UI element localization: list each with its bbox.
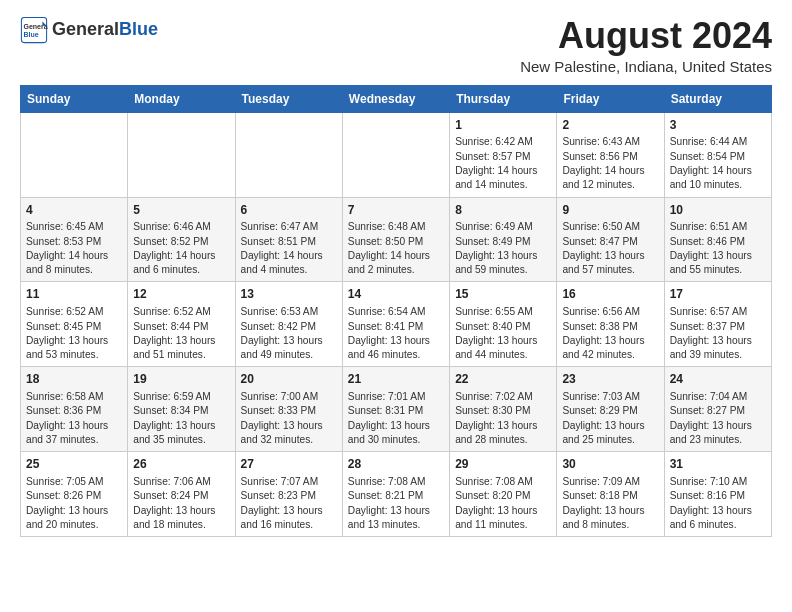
day-header-sunday: Sunday: [21, 85, 128, 112]
day-number: 19: [133, 371, 229, 388]
calendar-cell: 14Sunrise: 6:54 AM Sunset: 8:41 PM Dayli…: [342, 282, 449, 367]
day-number: 29: [455, 456, 551, 473]
calendar-cell: 27Sunrise: 7:07 AM Sunset: 8:23 PM Dayli…: [235, 452, 342, 537]
day-info: Sunrise: 7:09 AM Sunset: 8:18 PM Dayligh…: [562, 475, 658, 532]
svg-rect-0: [21, 17, 46, 42]
calendar-cell: 4Sunrise: 6:45 AM Sunset: 8:53 PM Daylig…: [21, 197, 128, 282]
day-number: 3: [670, 117, 766, 134]
day-number: 8: [455, 202, 551, 219]
calendar-cell: 23Sunrise: 7:03 AM Sunset: 8:29 PM Dayli…: [557, 367, 664, 452]
calendar-cell: 2Sunrise: 6:43 AM Sunset: 8:56 PM Daylig…: [557, 112, 664, 197]
day-header-friday: Friday: [557, 85, 664, 112]
day-number: 12: [133, 286, 229, 303]
calendar-cell: 28Sunrise: 7:08 AM Sunset: 8:21 PM Dayli…: [342, 452, 449, 537]
day-number: 18: [26, 371, 122, 388]
day-info: Sunrise: 7:05 AM Sunset: 8:26 PM Dayligh…: [26, 475, 122, 532]
calendar-cell: 6Sunrise: 6:47 AM Sunset: 8:51 PM Daylig…: [235, 197, 342, 282]
day-info: Sunrise: 6:44 AM Sunset: 8:54 PM Dayligh…: [670, 135, 766, 192]
calendar-week-row: 4Sunrise: 6:45 AM Sunset: 8:53 PM Daylig…: [21, 197, 772, 282]
day-info: Sunrise: 7:07 AM Sunset: 8:23 PM Dayligh…: [241, 475, 337, 532]
day-number: 16: [562, 286, 658, 303]
calendar-cell: 10Sunrise: 6:51 AM Sunset: 8:46 PM Dayli…: [664, 197, 771, 282]
location-subtitle: New Palestine, Indiana, United States: [520, 58, 772, 75]
day-number: 28: [348, 456, 444, 473]
calendar-cell: 31Sunrise: 7:10 AM Sunset: 8:16 PM Dayli…: [664, 452, 771, 537]
calendar-cell: 8Sunrise: 6:49 AM Sunset: 8:49 PM Daylig…: [450, 197, 557, 282]
calendar-cell: 7Sunrise: 6:48 AM Sunset: 8:50 PM Daylig…: [342, 197, 449, 282]
day-number: 10: [670, 202, 766, 219]
day-number: 25: [26, 456, 122, 473]
day-info: Sunrise: 6:55 AM Sunset: 8:40 PM Dayligh…: [455, 305, 551, 362]
day-info: Sunrise: 6:54 AM Sunset: 8:41 PM Dayligh…: [348, 305, 444, 362]
month-year-title: August 2024: [520, 16, 772, 56]
day-info: Sunrise: 6:45 AM Sunset: 8:53 PM Dayligh…: [26, 220, 122, 277]
calendar-cell: 5Sunrise: 6:46 AM Sunset: 8:52 PM Daylig…: [128, 197, 235, 282]
logo-icon: General Blue: [20, 16, 48, 44]
day-header-thursday: Thursday: [450, 85, 557, 112]
day-number: 4: [26, 202, 122, 219]
day-info: Sunrise: 7:06 AM Sunset: 8:24 PM Dayligh…: [133, 475, 229, 532]
day-info: Sunrise: 6:47 AM Sunset: 8:51 PM Dayligh…: [241, 220, 337, 277]
day-info: Sunrise: 6:42 AM Sunset: 8:57 PM Dayligh…: [455, 135, 551, 192]
day-number: 30: [562, 456, 658, 473]
page-header: General Blue GeneralBlue August 2024 New…: [20, 16, 772, 75]
logo: General Blue GeneralBlue: [20, 16, 158, 44]
calendar-cell: 17Sunrise: 6:57 AM Sunset: 8:37 PM Dayli…: [664, 282, 771, 367]
day-number: 1: [455, 117, 551, 134]
day-info: Sunrise: 6:59 AM Sunset: 8:34 PM Dayligh…: [133, 390, 229, 447]
day-header-tuesday: Tuesday: [235, 85, 342, 112]
day-info: Sunrise: 7:10 AM Sunset: 8:16 PM Dayligh…: [670, 475, 766, 532]
day-number: 23: [562, 371, 658, 388]
calendar-cell: 24Sunrise: 7:04 AM Sunset: 8:27 PM Dayli…: [664, 367, 771, 452]
day-header-monday: Monday: [128, 85, 235, 112]
day-number: 27: [241, 456, 337, 473]
day-info: Sunrise: 6:50 AM Sunset: 8:47 PM Dayligh…: [562, 220, 658, 277]
day-number: 7: [348, 202, 444, 219]
day-number: 22: [455, 371, 551, 388]
day-number: 5: [133, 202, 229, 219]
calendar-cell: [235, 112, 342, 197]
calendar-cell: 9Sunrise: 6:50 AM Sunset: 8:47 PM Daylig…: [557, 197, 664, 282]
calendar-cell: 29Sunrise: 7:08 AM Sunset: 8:20 PM Dayli…: [450, 452, 557, 537]
day-info: Sunrise: 7:08 AM Sunset: 8:20 PM Dayligh…: [455, 475, 551, 532]
day-header-wednesday: Wednesday: [342, 85, 449, 112]
svg-text:Blue: Blue: [24, 31, 39, 38]
day-info: Sunrise: 6:52 AM Sunset: 8:45 PM Dayligh…: [26, 305, 122, 362]
day-number: 24: [670, 371, 766, 388]
day-info: Sunrise: 7:04 AM Sunset: 8:27 PM Dayligh…: [670, 390, 766, 447]
day-info: Sunrise: 7:00 AM Sunset: 8:33 PM Dayligh…: [241, 390, 337, 447]
title-block: August 2024 New Palestine, Indiana, Unit…: [520, 16, 772, 75]
calendar-cell: 19Sunrise: 6:59 AM Sunset: 8:34 PM Dayli…: [128, 367, 235, 452]
day-info: Sunrise: 7:01 AM Sunset: 8:31 PM Dayligh…: [348, 390, 444, 447]
calendar-week-row: 25Sunrise: 7:05 AM Sunset: 8:26 PM Dayli…: [21, 452, 772, 537]
logo-text-blue: Blue: [119, 19, 158, 39]
calendar-cell: 11Sunrise: 6:52 AM Sunset: 8:45 PM Dayli…: [21, 282, 128, 367]
calendar-cell: 1Sunrise: 6:42 AM Sunset: 8:57 PM Daylig…: [450, 112, 557, 197]
day-number: 9: [562, 202, 658, 219]
calendar-cell: 13Sunrise: 6:53 AM Sunset: 8:42 PM Dayli…: [235, 282, 342, 367]
day-number: 14: [348, 286, 444, 303]
day-info: Sunrise: 7:03 AM Sunset: 8:29 PM Dayligh…: [562, 390, 658, 447]
calendar-cell: 16Sunrise: 6:56 AM Sunset: 8:38 PM Dayli…: [557, 282, 664, 367]
day-info: Sunrise: 6:48 AM Sunset: 8:50 PM Dayligh…: [348, 220, 444, 277]
calendar-week-row: 1Sunrise: 6:42 AM Sunset: 8:57 PM Daylig…: [21, 112, 772, 197]
day-info: Sunrise: 7:02 AM Sunset: 8:30 PM Dayligh…: [455, 390, 551, 447]
calendar-cell: 20Sunrise: 7:00 AM Sunset: 8:33 PM Dayli…: [235, 367, 342, 452]
day-number: 21: [348, 371, 444, 388]
day-number: 13: [241, 286, 337, 303]
day-header-saturday: Saturday: [664, 85, 771, 112]
calendar-cell: 15Sunrise: 6:55 AM Sunset: 8:40 PM Dayli…: [450, 282, 557, 367]
calendar-cell: 22Sunrise: 7:02 AM Sunset: 8:30 PM Dayli…: [450, 367, 557, 452]
day-number: 17: [670, 286, 766, 303]
calendar-cell: 25Sunrise: 7:05 AM Sunset: 8:26 PM Dayli…: [21, 452, 128, 537]
day-number: 11: [26, 286, 122, 303]
day-number: 31: [670, 456, 766, 473]
day-info: Sunrise: 7:08 AM Sunset: 8:21 PM Dayligh…: [348, 475, 444, 532]
calendar-cell: 30Sunrise: 7:09 AM Sunset: 8:18 PM Dayli…: [557, 452, 664, 537]
calendar-cell: 18Sunrise: 6:58 AM Sunset: 8:36 PM Dayli…: [21, 367, 128, 452]
logo-text-general: General: [52, 19, 119, 39]
calendar-cell: 3Sunrise: 6:44 AM Sunset: 8:54 PM Daylig…: [664, 112, 771, 197]
day-number: 15: [455, 286, 551, 303]
calendar-cell: 12Sunrise: 6:52 AM Sunset: 8:44 PM Dayli…: [128, 282, 235, 367]
calendar-table: SundayMondayTuesdayWednesdayThursdayFrid…: [20, 85, 772, 538]
